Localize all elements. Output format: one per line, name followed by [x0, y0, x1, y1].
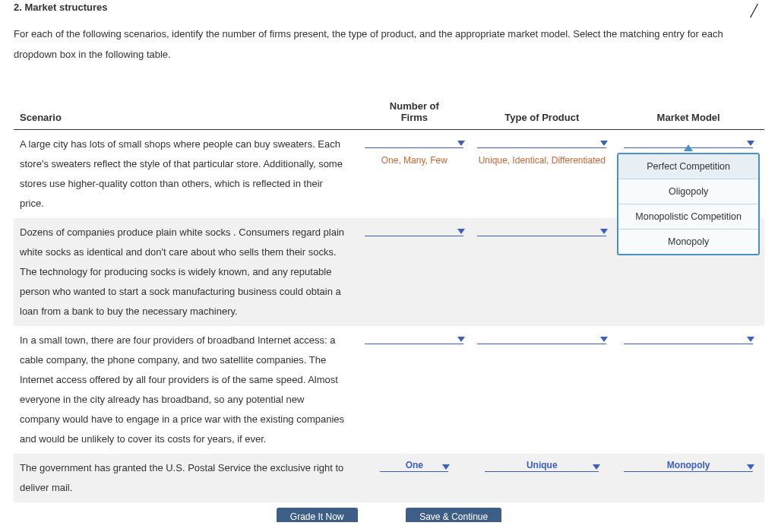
- save-continue-button[interactable]: Save & Continue: [406, 508, 501, 522]
- chevron-down-icon: [457, 337, 465, 342]
- table-row: In a small town, there are four provider…: [14, 326, 764, 454]
- table-row: The government has granted the U.S. Post…: [14, 454, 764, 502]
- chevron-down-icon: [457, 229, 465, 234]
- chevron-down-icon: [747, 141, 754, 146]
- chevron-down-icon: [457, 141, 465, 146]
- col-product: Type of Product: [471, 96, 612, 130]
- chevron-down-icon: [593, 464, 600, 470]
- product-dropdown[interactable]: [477, 224, 606, 236]
- model-dropdown[interactable]: Monopoly: [618, 460, 758, 472]
- product-dropdown[interactable]: [477, 332, 606, 344]
- model-option[interactable]: Oligopoly: [618, 179, 758, 204]
- table-row: A large city has lots of small shops whe…: [14, 129, 764, 218]
- product-value: Unique: [527, 460, 558, 470]
- firms-dropdown[interactable]: [363, 224, 465, 236]
- page-mark: /: [751, 0, 757, 23]
- product-hint: Unique, Identical, Differentiated: [477, 154, 606, 166]
- product-dropdown[interactable]: Unique: [477, 460, 606, 472]
- section-heading: 2. Market structures: [14, 2, 764, 13]
- col-model: Market Model: [612, 96, 764, 130]
- firms-dropdown[interactable]: [363, 332, 465, 344]
- footer-buttons: Grade It Now Save & Continue: [14, 505, 764, 522]
- scenario-text: In a small town, there are four provider…: [14, 326, 357, 454]
- chevron-down-icon: [600, 337, 608, 342]
- product-dropdown[interactable]: Unique, Identical, Differentiated: [477, 136, 606, 166]
- chevron-down-icon: [442, 464, 450, 470]
- chevron-down-icon: [747, 464, 754, 470]
- chevron-up-icon: [684, 144, 693, 151]
- model-option[interactable]: Monopoly: [618, 230, 758, 254]
- col-scenario: Scenario: [14, 96, 357, 130]
- chevron-down-icon: [747, 337, 754, 342]
- firms-dropdown[interactable]: One, Many, Few: [363, 136, 465, 166]
- model-option[interactable]: Perfect Competition: [618, 154, 758, 179]
- firms-value: One: [406, 460, 423, 470]
- firms-dropdown[interactable]: One: [363, 460, 465, 472]
- model-value: Monopoly: [667, 460, 710, 470]
- model-dropdown[interactable]: [618, 332, 758, 344]
- chevron-down-icon: [600, 141, 608, 146]
- model-option[interactable]: Monopolistic Competition: [618, 204, 758, 230]
- scenario-text: Dozens of companies produce plain white …: [14, 218, 357, 326]
- firms-hint: One, Many, Few: [363, 154, 465, 166]
- col-firms-top: Number of: [357, 96, 471, 112]
- chevron-down-icon: [600, 229, 608, 234]
- instructions-text: For each of the following scenarios, ide…: [14, 24, 764, 65]
- scenario-text: A large city has lots of small shops whe…: [14, 129, 357, 218]
- scenario-text: The government has granted the U.S. Post…: [14, 454, 357, 502]
- scenario-table: Scenario Number of Type of Product Marke…: [14, 96, 764, 502]
- grade-button[interactable]: Grade It Now: [277, 508, 358, 522]
- model-dropdown-panel: Perfect Competition Oligopoly Monopolist…: [617, 153, 760, 255]
- col-firms: Firms: [357, 112, 471, 130]
